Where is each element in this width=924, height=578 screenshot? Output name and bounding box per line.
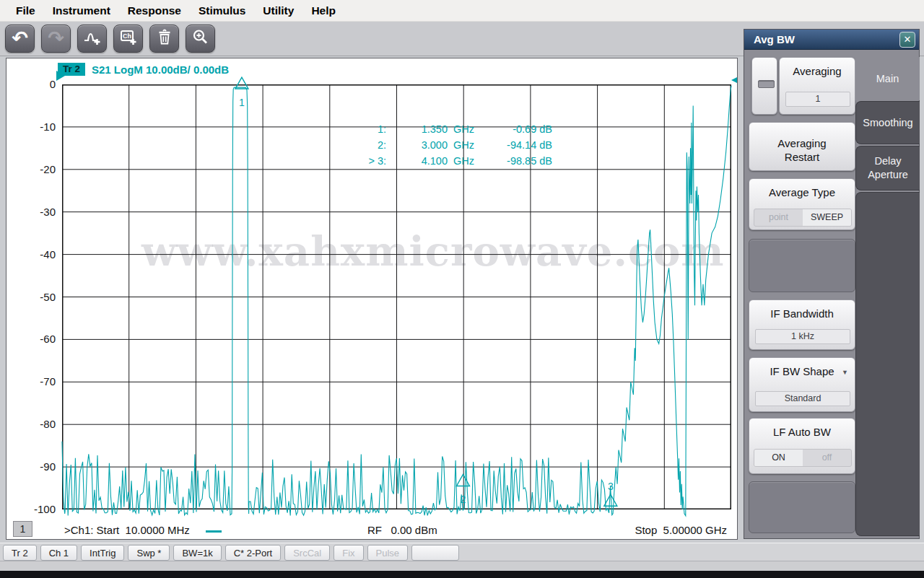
plot-window: Tr 2 S21 LogM 10.00dB/ 0.00dB www.xahxmi… xyxy=(6,58,738,540)
add-channel-button[interactable]: Ch xyxy=(113,25,143,53)
y-tick--100: -100 xyxy=(12,503,56,515)
tab-column-filler xyxy=(855,192,920,536)
y-tick--80: -80 xyxy=(12,418,56,430)
lf-auto-bw-button[interactable]: LF Auto BW ON off xyxy=(749,418,855,474)
status-ch-1[interactable]: Ch 1 xyxy=(40,545,77,561)
redo-icon: ↷ xyxy=(48,29,64,48)
trace-badge[interactable]: Tr 2 xyxy=(58,63,85,76)
average-type-point-option[interactable]: point xyxy=(754,209,803,226)
channel-number-box[interactable]: 1 xyxy=(13,521,32,537)
marker-readout-value: -94.14 dB xyxy=(474,137,552,153)
lf-auto-bw-segmented[interactable]: ON off xyxy=(754,449,852,467)
status-pulse[interactable]: Pulse xyxy=(367,545,409,561)
if-bw-shape-label: IF BW Shape xyxy=(749,364,855,378)
panel-title-bar[interactable]: Avg BW xyxy=(744,30,919,50)
if-bw-shape-value[interactable]: Standard xyxy=(755,391,850,406)
avg-bw-panel: Avg BW ✕ Averaging 1 Averaging Restart A… xyxy=(744,29,920,539)
stimulus-start-label[interactable]: >Ch1: Start 10.0000 MHz xyxy=(64,524,190,536)
averaging-button[interactable]: Averaging 1 xyxy=(779,57,855,115)
status-inttrig[interactable]: IntTrig xyxy=(81,545,124,561)
status-bar: Tr 2Ch 1IntTrigSwp *BW=1kC* 2-PortSrcCal… xyxy=(0,543,924,561)
svg-text:1: 1 xyxy=(239,97,245,108)
add-trace-icon xyxy=(83,28,102,49)
averaging-led-indicator xyxy=(758,80,775,88)
averaging-label: Averaging xyxy=(780,64,855,78)
empty-softkey-1 xyxy=(749,239,855,292)
status-c-2-port[interactable]: C* 2-Port xyxy=(225,545,281,561)
status-fix[interactable]: Fix xyxy=(334,545,363,561)
svg-text:3: 3 xyxy=(608,481,614,492)
delete-button[interactable] xyxy=(149,25,179,53)
lower-strip xyxy=(0,561,924,571)
svg-text:2: 2 xyxy=(461,494,466,505)
y-tick--90: -90 xyxy=(12,460,56,473)
ref-level-arrow-right xyxy=(731,75,738,85)
y-tick--70: -70 xyxy=(12,375,56,387)
menu-help[interactable]: Help xyxy=(302,0,344,21)
marker-readout-freq: 4.100 GHz xyxy=(386,153,474,169)
add-channel-icon: Ch xyxy=(119,28,138,49)
tab-smoothing[interactable]: Smoothing xyxy=(855,101,920,144)
lf-auto-bw-label: LF Auto BW xyxy=(749,425,855,439)
if-bw-shape-button[interactable]: IF BW Shape ▼ Standard xyxy=(749,357,855,412)
lf-auto-bw-on-option[interactable]: ON xyxy=(754,450,803,466)
tab-delay-aperture[interactable]: Delay Aperture xyxy=(855,146,920,191)
menu-instrument[interactable]: Instrument xyxy=(44,0,119,21)
zoom-in-button[interactable] xyxy=(186,25,215,53)
y-tick-0: 0 xyxy=(12,78,56,90)
redo-button: ↷ xyxy=(41,25,71,53)
trace-color-dash xyxy=(206,530,222,533)
marker-1[interactable]: 1 xyxy=(235,77,248,108)
empty-softkey-2 xyxy=(749,481,855,533)
panel-close-button[interactable]: ✕ xyxy=(899,32,915,48)
undo-button[interactable]: ↶ xyxy=(5,25,35,53)
menu-file[interactable]: File xyxy=(7,0,44,21)
average-type-sweep-option[interactable]: SWEEP xyxy=(803,209,851,226)
y-tick--10: -10 xyxy=(12,121,56,133)
status-swp-[interactable]: Swp * xyxy=(128,545,170,561)
zoom-in-icon xyxy=(191,28,209,49)
lf-auto-bw-off-option[interactable]: off xyxy=(803,450,851,466)
add-trace-button[interactable] xyxy=(77,25,107,53)
trace-title: S21 LogM 10.00dB/ 0.00dB xyxy=(92,64,229,76)
marker-readout-label: > 3: xyxy=(352,153,386,169)
average-type-button[interactable]: Average Type point SWEEP xyxy=(749,178,855,230)
y-tick--20: -20 xyxy=(12,163,56,175)
menu-stimulus[interactable]: Stimulus xyxy=(190,0,254,21)
averaging-restart-button[interactable]: Averaging Restart xyxy=(749,122,855,171)
if-bandwidth-button[interactable]: IF Bandwidth 1 kHz xyxy=(749,299,855,350)
dropdown-arrow-icon: ▼ xyxy=(842,369,848,376)
vna-application: FileInstrumentResponseStimulusUtilityHel… xyxy=(0,0,924,578)
averaging-value[interactable]: 1 xyxy=(785,92,850,107)
menu-utility[interactable]: Utility xyxy=(254,0,302,21)
status-srccal[interactable]: SrcCal xyxy=(284,545,330,561)
marker-readout-value: -0.69 dB xyxy=(474,121,552,137)
marker-readout-freq: 3.000 GHz xyxy=(386,137,474,153)
y-tick--50: -50 xyxy=(12,291,56,303)
marker-readout: 1:1.350 GHz-0.69 dB2:3.000 GHz-94.14 dB>… xyxy=(352,121,552,169)
menu-response[interactable]: Response xyxy=(119,0,190,21)
marker-readout-label: 2: xyxy=(352,137,386,153)
average-type-label: Average Type xyxy=(749,185,855,199)
status-blank xyxy=(411,545,459,561)
trash-icon xyxy=(156,28,173,49)
if-bandwidth-label: IF Bandwidth xyxy=(749,307,855,320)
marker-readout-freq: 1.350 GHz xyxy=(386,121,474,137)
if-bandwidth-value[interactable]: 1 kHz xyxy=(755,329,850,344)
averaging-restart-label: Averaging Restart xyxy=(777,136,826,164)
y-tick--60: -60 xyxy=(12,333,56,345)
close-icon: ✕ xyxy=(904,34,912,45)
average-type-segmented[interactable]: point SWEEP xyxy=(754,209,852,227)
stimulus-stop-label[interactable]: Stop 5.00000 GHz xyxy=(635,524,727,536)
status-tr-2[interactable]: Tr 2 xyxy=(3,545,37,561)
menu-bar: FileInstrumentResponseStimulusUtilityHel… xyxy=(0,0,924,22)
marker-readout-value: -98.85 dB xyxy=(474,153,552,169)
status-bw-1k[interactable]: BW=1k xyxy=(173,545,221,561)
y-tick--40: -40 xyxy=(12,248,56,260)
tab-main[interactable]: Main xyxy=(855,57,920,100)
undo-icon: ↶ xyxy=(12,29,28,48)
svg-text:Ch: Ch xyxy=(123,32,131,40)
trace-header: Tr 2 S21 LogM 10.00dB/ 0.00dB xyxy=(58,63,229,76)
rf-power-label[interactable]: RF 0.00 dBm xyxy=(367,524,437,536)
averaging-toggle-button[interactable] xyxy=(751,57,777,115)
